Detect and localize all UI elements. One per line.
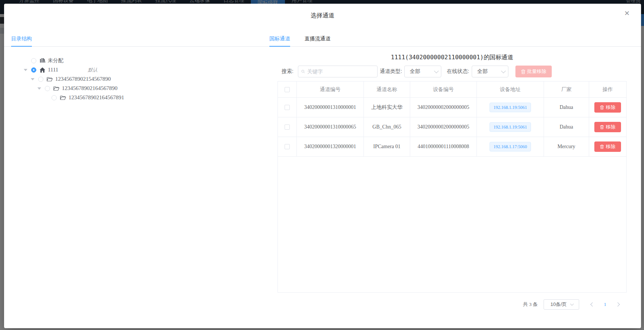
radio-folder-2[interactable]: [45, 86, 50, 91]
page-number-1[interactable]: 1: [600, 299, 610, 310]
table-row: 34020000001320000001 IPCamera 01 4401000…: [278, 137, 626, 157]
dialog-title: 选择通道: [4, 12, 641, 20]
tree-node-label: 未分配: [48, 57, 63, 64]
cell-channel-id: 34020000001310000065: [297, 117, 364, 137]
trash-icon: [521, 69, 525, 74]
select-value: 全部: [477, 68, 501, 75]
chevron-down-icon: [434, 69, 439, 73]
home-icon: [40, 67, 45, 73]
chevron-down-icon: [570, 302, 574, 306]
channel-table: 通道编号 通道名称 设备编号 设备地址 厂家 操作 34020000001310…: [278, 81, 627, 293]
close-icon[interactable]: ✕: [623, 10, 631, 17]
row-checkbox[interactable]: [285, 144, 290, 149]
pagination: 共 3 条 10条/页 1: [278, 299, 627, 310]
cell-device-id: 44010000001110008008: [410, 137, 477, 157]
search-input[interactable]: [307, 69, 374, 74]
cell-device-id: 34020000002000000005: [410, 98, 477, 117]
select-all-checkbox[interactable]: [285, 87, 290, 92]
header-device-id: 设备编号: [410, 81, 477, 98]
cell-channel-id: 34020000001310000001: [297, 98, 364, 117]
total-count-text: 共 3 条: [523, 301, 538, 308]
folder-icon: [53, 86, 59, 91]
cell-vendor: Mercury: [544, 137, 589, 157]
caret-down-icon[interactable]: [24, 69, 31, 71]
tab-gb-channel[interactable]: 国标通道: [269, 32, 290, 46]
header-channel-id: 通道编号: [297, 81, 364, 98]
header-vendor: 厂家: [544, 81, 589, 98]
radio-1111-checked[interactable]: [31, 67, 36, 73]
tree-node-label: 12345678902154567890: [55, 76, 111, 82]
radio-unassigned[interactable]: [31, 58, 36, 63]
row-checkbox[interactable]: [285, 124, 290, 130]
channel-list-heading: 1111(34020000002110000001)的国标通道: [278, 54, 627, 61]
prev-page-button[interactable]: [587, 299, 598, 310]
caret-down-icon[interactable]: [31, 78, 38, 80]
remove-button[interactable]: 移除: [594, 122, 621, 132]
batch-remove-button[interactable]: 批量移除: [515, 66, 552, 77]
tree-node-label: 1111: [48, 67, 58, 73]
select-value: 全部: [410, 68, 434, 75]
chevron-down-icon: [501, 69, 506, 73]
next-page-button[interactable]: [613, 299, 623, 310]
chevron-left-icon: [590, 302, 594, 306]
trash-icon: [600, 125, 604, 129]
online-status-select[interactable]: 全部: [472, 66, 508, 77]
table-row: 34020000001310000001 上地科实大华 340200000020…: [278, 98, 626, 117]
remove-label: 移除: [606, 143, 615, 150]
page-size-value: 10条/页: [550, 301, 567, 308]
page-root: 分屏监控 国标设备 电子地图 推流列表 拉流代理 云端录像 日志管理 国标级联 …: [0, 0, 644, 330]
total-count-number: 3: [529, 301, 532, 307]
tab-directory-structure[interactable]: 目录结构: [11, 32, 32, 46]
cell-vendor: Dahua: [544, 117, 589, 137]
cell-channel-name: 上地科实大华: [364, 98, 410, 117]
cell-channel-name: GB_Chn_065: [364, 117, 410, 137]
radio-folder-1[interactable]: [38, 77, 43, 82]
trash-icon: [600, 144, 604, 149]
table-row: 34020000001310000065 GB_Chn_065 34020000…: [278, 117, 626, 137]
tree-node-folder-1[interactable]: 12345678902154567890: [31, 74, 249, 84]
tree-node-label: 12345678902164567890: [62, 85, 117, 91]
device-address-tag: 192.168.1.19:5061: [489, 122, 531, 132]
header-device-address: 设备地址: [477, 81, 544, 98]
header-actions: 操作: [589, 81, 626, 98]
tree-node-unassigned[interactable]: 未分配: [24, 56, 249, 65]
tree-node-label: 12345678902164567891: [69, 94, 124, 101]
directory-tree: 未分配 1111 默认 12345678902154567890: [4, 56, 249, 102]
cell-vendor: Dahua: [544, 98, 589, 117]
tree-node-folder-3[interactable]: 12345678902164567891: [44, 93, 249, 102]
radio-folder-3[interactable]: [52, 95, 57, 100]
default-badge: 默认: [88, 67, 97, 73]
tab-active-underline: [11, 46, 32, 47]
row-checkbox[interactable]: [285, 105, 290, 110]
channel-type-select[interactable]: 全部: [404, 66, 441, 77]
search-icon: [301, 69, 305, 74]
tab-label: 国标通道: [269, 36, 290, 41]
folder-icon: [47, 77, 53, 81]
remove-button[interactable]: 移除: [594, 102, 621, 113]
channel-type-label: 通道类型:: [380, 68, 402, 75]
remove-button[interactable]: 移除: [594, 141, 621, 152]
chevron-right-icon: [615, 302, 620, 306]
device-address-tag: 192.168.1.17:5060: [489, 142, 531, 151]
header-channel-name: 通道名称: [364, 81, 410, 98]
search-label: 搜索:: [282, 68, 293, 75]
cell-device-id: 34020000002000000005: [410, 117, 477, 137]
folder-icon: [60, 95, 66, 100]
online-status-label: 在线状态:: [447, 68, 469, 75]
tree-node-folder-2[interactable]: 12345678902164567890: [37, 84, 249, 93]
batch-remove-label: 批量移除: [527, 68, 547, 75]
tree-node-1111[interactable]: 1111 默认: [24, 65, 249, 74]
table-header-row: 通道编号 通道名称 设备编号 设备地址 厂家 操作: [278, 81, 626, 98]
trash-icon: [600, 105, 604, 110]
tab-label: 目录结构: [11, 36, 32, 41]
filter-bar: 搜索: 通道类型: 全部 在线状态: 全部 批量移除: [278, 66, 627, 77]
page-size-select[interactable]: 10条/页: [544, 299, 579, 310]
cell-channel-id: 34020000001320000001: [297, 137, 364, 157]
select-channel-dialog: 选择通道 ✕ 目录结构 国标通道 直播流通道: [4, 4, 641, 328]
search-input-wrapper: [298, 66, 378, 77]
caret-down-icon[interactable]: [37, 87, 45, 90]
tab-stream-channel[interactable]: 直播流通道: [305, 32, 331, 46]
tab-label: 直播流通道: [305, 36, 331, 41]
remove-label: 移除: [606, 104, 615, 111]
dialog-tabbar: 目录结构 国标通道 直播流通道: [4, 33, 641, 47]
